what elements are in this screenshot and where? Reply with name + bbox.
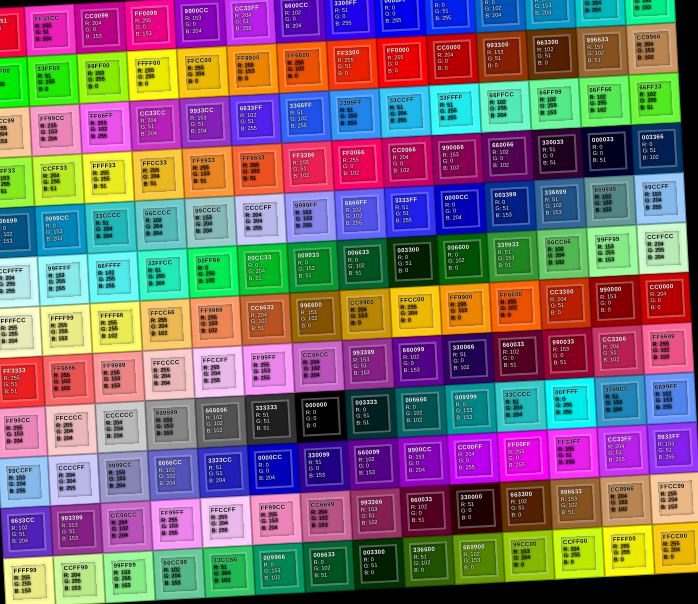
list-item: 99CCFF R: 153 G: 204 B: 255 bbox=[0, 456, 50, 509]
list-item: 3300FF R: 51 G: 0 B: 255 bbox=[324, 0, 377, 41]
list-item: CC0000 R: 204 G: 0 B: 0 bbox=[426, 33, 479, 86]
list-item: 000000 R: 0 G: 0 B: 0 bbox=[295, 390, 348, 443]
list-item: 006699 R: 0 G: 102 B: 153 bbox=[0, 206, 37, 259]
list-item: 990066 R: 153 G: 0 B: 102 bbox=[432, 133, 485, 186]
list-item: 003300 R: 0 G: 51 B: 0 bbox=[387, 235, 440, 288]
list-item: 006600 R: 0 G: 102 B: 0 bbox=[437, 233, 490, 286]
list-item: 330099 R: 51 G: 0 B: 153 bbox=[297, 440, 350, 493]
list-item: 009933 R: 0 G: 153 B: 51 bbox=[287, 241, 340, 294]
list-item: FF33CC R: 255 G: 51 B: 204 bbox=[24, 4, 77, 57]
list-item: 669900 R: 102 G: 153 B: 0 bbox=[452, 532, 505, 585]
list-item: 9999CC R: 153 G: 153 B: 204 bbox=[98, 451, 151, 504]
list-item: CCFF00 R: 204 G: 255 B: 0 bbox=[552, 527, 605, 580]
list-item: 66CC99 R: 102 G: 204 B: 153 bbox=[153, 548, 206, 601]
list-item: 996600 R: 153 G: 102 B: 0 bbox=[290, 291, 343, 344]
list-item: FF99CC R: 255 G: 153 B: 204 bbox=[0, 406, 48, 459]
list-item: 666666 R: 102 G: 102 B: 102 bbox=[195, 396, 248, 449]
list-item: CCFF99 R: 204 G: 255 B: 153 bbox=[53, 553, 106, 604]
list-item: FF9900 R: 255 G: 153 B: 0 bbox=[439, 283, 492, 336]
list-item: 999999 R: 153 G: 153 B: 153 bbox=[145, 398, 198, 451]
list-item: 009999 R: 0 G: 153 B: 153 bbox=[445, 383, 498, 436]
list-item: 9933FF R: 153 G: 51 B: 255 bbox=[647, 422, 698, 475]
list-item: FFCCFF R: 255 G: 204 B: 255 bbox=[192, 346, 245, 399]
list-item: 6600CC R: 102 G: 0 B: 204 bbox=[274, 0, 327, 43]
list-item: 663300 R: 102 G: 51 B: 0 bbox=[526, 28, 579, 81]
list-item: 00CC33 R: 0 G: 204 B: 51 bbox=[237, 243, 290, 296]
list-item: 66FF33 R: 102 G: 255 B: 51 bbox=[629, 72, 682, 125]
list-item: 00FF66 R: 0 G: 255 B: 102 bbox=[187, 246, 240, 299]
list-item: 006633 R: 0 G: 102 B: 51 bbox=[303, 540, 356, 593]
list-item: FFFF00 R: 255 G: 255 B: 0 bbox=[127, 49, 180, 102]
list-item: FF3366 R: 255 G: 51 B: 102 bbox=[282, 141, 335, 194]
list-item: FFFF66 R: 255 G: 255 B: 102 bbox=[90, 301, 143, 354]
list-item: 3399CC R: 51 G: 153 B: 204 bbox=[594, 375, 647, 428]
list-item: 330066 R: 51 G: 0 B: 102 bbox=[442, 333, 495, 386]
list-item: 99FF99 R: 153 G: 255 B: 153 bbox=[103, 551, 156, 604]
list-item: CC3366 R: 204 G: 51 B: 102 bbox=[592, 325, 645, 378]
list-item: 660066 R: 102 G: 0 B: 102 bbox=[481, 130, 534, 183]
list-item: 33CC66 R: 51 G: 204 B: 102 bbox=[203, 545, 256, 598]
list-item: FF0051 R: 255 G: 0 B: 51 bbox=[0, 7, 27, 60]
list-item: 9900CC R: 153 G: 0 B: 204 bbox=[397, 435, 450, 488]
list-item: FF6633 R: 255 G: 102 B: 51 bbox=[232, 143, 285, 196]
list-item: CCFFFF R: 204 G: 255 B: 255 bbox=[0, 256, 40, 309]
list-item: 33FFCC R: 51 G: 255 B: 204 bbox=[137, 248, 190, 301]
list-item: 663300 R: 102 G: 51 B: 0 bbox=[500, 480, 553, 533]
list-item: 996633 R: 153 G: 102 B: 51 bbox=[576, 25, 629, 78]
list-item: CC0099 R: 204 G: 0 B: 153 bbox=[74, 1, 127, 54]
list-item: FF66FF R: 255 G: 102 B: 255 bbox=[79, 101, 132, 154]
list-item: FF9933 R: 255 G: 153 B: 51 bbox=[182, 146, 235, 199]
list-item: 990000 R: 153 G: 0 B: 0 bbox=[589, 275, 642, 328]
list-item: FFCC99 R: 255 G: 204 B: 153 bbox=[650, 472, 698, 525]
list-item: FF6600 R: 255 G: 102 B: 0 bbox=[276, 41, 329, 94]
list-item: 3399FF R: 51 G: 153 B: 255 bbox=[329, 88, 382, 141]
list-item: FF6699 R: 255 G: 102 B: 153 bbox=[642, 322, 695, 375]
list-item: 990033 R: 153 G: 0 B: 51 bbox=[542, 327, 595, 380]
list-item: 66FFFF R: 102 G: 255 B: 255 bbox=[87, 251, 140, 304]
list-item: 6633CC R: 102 G: 51 B: 204 bbox=[0, 506, 53, 559]
list-item: FF0066 R: 255 G: 0 B: 102 bbox=[332, 138, 385, 191]
list-item: 660099 R: 102 G: 0 B: 153 bbox=[347, 438, 400, 491]
list-item: FFCC00 R: 255 G: 204 B: 0 bbox=[652, 522, 698, 575]
list-item: FFCC00 R: 255 G: 204 B: 0 bbox=[389, 285, 442, 338]
list-item: 9900CC R: 153 G: 0 B: 204 bbox=[174, 0, 227, 49]
list-item: 00FFFF R: 0 G: 255 B: 255 bbox=[544, 377, 597, 430]
list-item: FF0099 R: 255 G: 0 B: 153 bbox=[124, 0, 177, 51]
list-item: 006666 R: 0 G: 102 B: 102 bbox=[395, 385, 448, 438]
list-item: FF0000 R: 255 G: 0 B: 0 bbox=[376, 36, 429, 89]
list-item: 33CCCC R: 51 G: 204 B: 204 bbox=[495, 380, 548, 433]
list-item: FF99FF R: 255 G: 153 B: 255 bbox=[242, 343, 295, 396]
list-item: 99FF99 R: 153 G: 255 B: 153 bbox=[587, 225, 640, 278]
list-item: FFFF00 R: 255 G: 255 B: 0 bbox=[602, 524, 655, 577]
list-item: 3333FF R: 51 G: 51 B: 255 bbox=[384, 185, 437, 238]
list-item: 6699FF R: 102 G: 153 B: 255 bbox=[644, 372, 697, 425]
list-item: CC33FF R: 204 G: 51 B: 255 bbox=[597, 425, 650, 478]
list-item: 660033 R: 102 G: 0 B: 51 bbox=[492, 330, 545, 383]
list-item: 33FF00 R: 51 G: 255 B: 0 bbox=[27, 54, 80, 107]
list-item: CCCCFF R: 204 G: 204 B: 255 bbox=[234, 193, 287, 246]
list-item: 0000CC R: 0 G: 0 B: 204 bbox=[247, 443, 300, 496]
list-item: 660099 R: 102 G: 0 B: 153 bbox=[392, 335, 445, 388]
list-item: FF9966 R: 255 G: 153 B: 102 bbox=[190, 296, 243, 349]
list-item: 336699 R: 51 G: 102 B: 153 bbox=[534, 178, 587, 231]
list-item: 33CCFF R: 51 G: 204 B: 255 bbox=[379, 86, 432, 139]
list-item: 00FF99 R: 0 G: 255 B: 153 bbox=[623, 0, 676, 25]
color-grid: FF0051 R: 255 G: 0 B: 51 FF33CC R: 255 G… bbox=[0, 0, 698, 604]
list-item: 99CCFF R: 153 G: 204 B: 255 bbox=[634, 172, 687, 225]
list-item: 003366 R: 0 G: 51 B: 102 bbox=[631, 122, 684, 175]
list-item: CC6633 R: 204 G: 102 B: 51 bbox=[240, 293, 293, 346]
list-item: FF99CC R: 255 G: 153 B: 204 bbox=[29, 104, 82, 157]
list-item: FFFF99 R: 255 G: 255 B: 153 bbox=[40, 304, 93, 357]
list-item: 66FFCC R: 102 G: 255 B: 204 bbox=[479, 80, 532, 133]
list-item: 330033 R: 51 G: 0 B: 51 bbox=[531, 128, 584, 181]
list-item: 333333 R: 51 G: 51 B: 51 bbox=[245, 393, 298, 446]
list-item: FFCCFF R: 255 G: 204 B: 255 bbox=[200, 495, 253, 548]
list-item: 003399 R: 0 G: 51 B: 153 bbox=[484, 180, 537, 233]
list-item: FF3300 R: 255 G: 51 B: 0 bbox=[326, 38, 379, 91]
list-item: 009966 R: 0 G: 153 B: 102 bbox=[253, 543, 306, 596]
list-item: 993300 R: 153 G: 51 B: 0 bbox=[476, 30, 529, 83]
list-item: CC0066 R: 204 G: 0 B: 102 bbox=[382, 136, 435, 189]
list-item: 330000 R: 51 G: 0 B: 0 bbox=[450, 482, 503, 535]
list-item: 6666CC R: 102 G: 102 B: 204 bbox=[148, 448, 201, 501]
list-item: FFFF99 R: 255 G: 255 B: 153 bbox=[3, 556, 56, 604]
